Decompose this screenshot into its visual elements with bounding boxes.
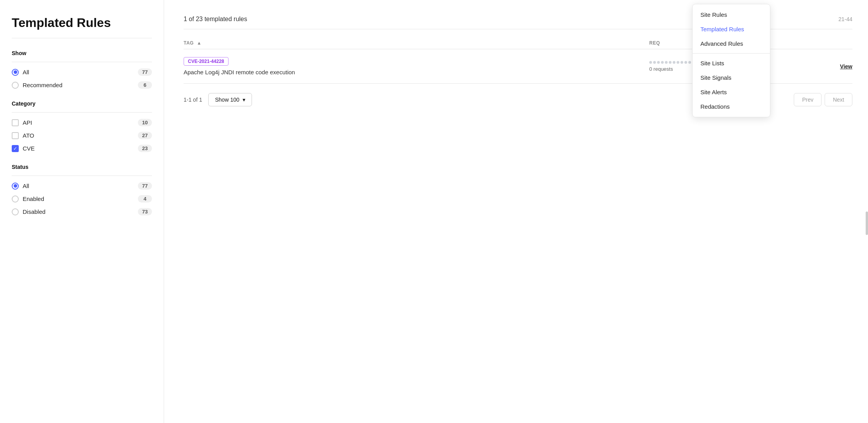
dropdown-item-site-alerts[interactable]: Site Alerts <box>693 85 770 99</box>
status-disabled-option[interactable]: Disabled 73 <box>12 208 152 215</box>
show-recommended-count: 6 <box>138 81 152 89</box>
show-filter-title: Show <box>12 50 152 56</box>
category-api-count: 10 <box>138 119 152 126</box>
category-api-label: API <box>23 119 32 126</box>
status-all-count: 77 <box>138 182 152 190</box>
rule-description: Apache Log4j JNDI remote code execution <box>184 69 649 75</box>
category-filter-title: Category <box>12 100 152 107</box>
show-all-radio[interactable] <box>12 69 19 76</box>
dot <box>684 61 687 64</box>
status-filter-section: Status All 77 Enabled 4 Disable <box>12 164 152 215</box>
dropdown-item-site-lists[interactable]: Site Lists <box>693 56 770 70</box>
pagination-info: 1-1 of 1 <box>184 97 202 103</box>
category-cve-label: CVE <box>23 145 35 152</box>
show-recommended-radio[interactable] <box>12 82 19 89</box>
category-api-option[interactable]: API 10 <box>12 119 152 126</box>
show-recommended-label: Recommended <box>23 82 63 88</box>
next-button[interactable]: Next <box>825 93 852 106</box>
prev-button[interactable]: Prev <box>794 93 822 106</box>
tag-cell: CVE-2021-44228 Apache Log4j JNDI remote … <box>184 57 649 75</box>
dropdown-divider <box>693 53 770 54</box>
col-tag[interactable]: TAG ▲ <box>184 40 649 46</box>
status-filter-title: Status <box>12 164 152 170</box>
dot <box>680 61 683 64</box>
show-filter-section: Show All 77 Recommended 6 <box>12 50 152 89</box>
view-link[interactable]: View <box>840 63 852 70</box>
results-count: 1 of 23 templated rules <box>184 16 247 23</box>
date-range-partial: 21-44 <box>838 16 852 22</box>
pagination-nav: Prev Next <box>794 93 852 106</box>
category-ato-label: ATO <box>23 132 34 139</box>
dot <box>665 61 668 64</box>
dot <box>661 61 664 64</box>
category-filter-section: Category API 10 ATO 27 CVE <box>12 100 152 152</box>
status-enabled-count: 4 <box>138 195 152 203</box>
status-all-option[interactable]: All 77 <box>12 182 152 190</box>
category-ato-checkbox[interactable] <box>12 132 19 139</box>
status-enabled-radio[interactable] <box>12 195 19 203</box>
status-disabled-label: Disabled <box>23 208 45 215</box>
show-select-dropdown[interactable]: Show 100 ▾ <box>208 93 252 106</box>
sort-arrow-icon: ▲ <box>197 40 202 46</box>
category-api-checkbox[interactable] <box>12 119 19 126</box>
category-cve-checkbox[interactable] <box>12 145 19 152</box>
dropdown-item-redactions[interactable]: Redactions <box>693 99 770 114</box>
page-title: Templated Rules <box>12 16 152 38</box>
action-cell: View <box>813 63 852 70</box>
category-ato-option[interactable]: ATO 27 <box>12 132 152 139</box>
dot <box>673 61 675 64</box>
dot <box>677 61 679 64</box>
dot <box>669 61 672 64</box>
dot <box>657 61 660 64</box>
show-all-label: All <box>23 69 29 75</box>
col-action <box>813 40 852 46</box>
category-cve-option[interactable]: CVE 23 <box>12 145 152 152</box>
dropdown-item-site-signals[interactable]: Site Signals <box>693 70 770 85</box>
status-disabled-count: 73 <box>138 208 152 215</box>
category-cve-count: 23 <box>138 145 152 152</box>
show-select-label: Show 100 <box>215 97 239 103</box>
dot <box>653 61 656 64</box>
dot <box>688 61 691 64</box>
show-all-option[interactable]: All 77 <box>12 68 152 76</box>
dropdown-item-site-rules[interactable]: Site Rules <box>693 7 770 22</box>
scrollbar[interactable] <box>866 212 868 235</box>
dropdown-item-templated-rules[interactable]: Templated Rules <box>693 22 770 36</box>
status-enabled-label: Enabled <box>23 195 44 202</box>
dropdown-item-advanced-rules[interactable]: Advanced Rules <box>693 36 770 51</box>
show-all-count: 77 <box>138 68 152 76</box>
filter-panel: Templated Rules Show All 77 Recommended … <box>0 0 164 423</box>
dropdown-menu: Site Rules Templated Rules Advanced Rule… <box>692 4 770 117</box>
status-all-label: All <box>23 183 29 189</box>
category-ato-count: 27 <box>138 132 152 139</box>
status-enabled-option[interactable]: Enabled 4 <box>12 195 152 203</box>
dot <box>649 61 652 64</box>
cve-tag-badge: CVE-2021-44228 <box>184 57 229 66</box>
status-disabled-radio[interactable] <box>12 208 19 215</box>
requests-dots <box>649 61 696 64</box>
status-all-radio[interactable] <box>12 183 19 190</box>
show-recommended-option[interactable]: Recommended 6 <box>12 81 152 89</box>
chevron-down-icon: ▾ <box>243 97 245 103</box>
